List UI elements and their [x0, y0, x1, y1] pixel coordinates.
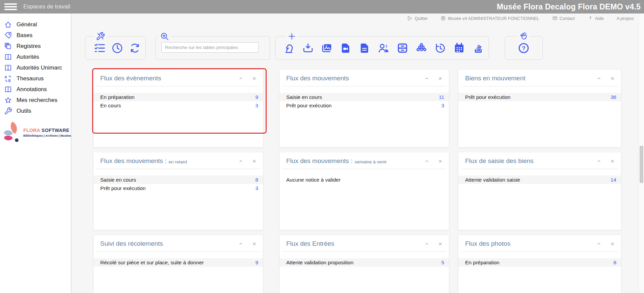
widget-row-value[interactable]: 36 [611, 94, 616, 101]
widget-close-button[interactable] [438, 159, 443, 164]
widget-row-label: Saisie en cours [286, 94, 322, 101]
sidebar-item-bases[interactable]: Bases [0, 30, 71, 41]
widget-collapse-button[interactable] [596, 159, 601, 164]
document-button[interactable] [358, 42, 371, 54]
header-link-label: Quitter [414, 16, 428, 21]
widget-row[interactable]: En cours3 [93, 101, 263, 110]
tag-icon [4, 31, 12, 39]
sidebar-item-registres[interactable]: Registres [0, 41, 71, 52]
widget-flux-des-photos: Flux des photosEn préparation8 [458, 235, 621, 293]
widget-collapse-button[interactable] [596, 76, 601, 81]
sidebar-item-outils[interactable]: Outils [0, 106, 71, 116]
scrollbar[interactable] [639, 14, 644, 293]
sidebar-item-label: Bases [17, 32, 32, 39]
users-icon [377, 42, 390, 54]
widget-title: Biens en mouvement [465, 75, 526, 82]
widget-row[interactable]: Attente validation proposition5 [279, 258, 449, 267]
widget-row[interactable]: Aucune notice à valider [279, 176, 449, 184]
sidebar-item-autorites[interactable]: Autorités [0, 52, 71, 62]
widget-row[interactable]: Récolé sur pièce et sur place, suite à d… [93, 258, 263, 267]
history-button[interactable] [434, 42, 447, 54]
scrollbar-thumb[interactable] [640, 146, 643, 183]
widget-row-value[interactable]: 5 [441, 259, 444, 266]
stack-button[interactable] [472, 42, 484, 54]
hamburger-menu-icon[interactable] [4, 2, 17, 11]
widget-row-value[interactable]: 3 [255, 102, 258, 109]
widget-row-label: Aucune notice à valider [286, 177, 341, 183]
video-file-button[interactable] [340, 42, 352, 54]
svg-text:?: ? [589, 16, 591, 20]
checklist-button[interactable] [93, 42, 106, 54]
widget-row-value[interactable]: 8 [255, 177, 258, 183]
toolbar-group-tools [85, 36, 146, 60]
widget-divider [96, 251, 260, 252]
widget-row[interactable]: En préparation9 [93, 93, 263, 101]
widget-close-button[interactable] [610, 241, 615, 246]
import-icon [302, 42, 314, 54]
import-button[interactable] [302, 42, 314, 54]
widget-row-label: Récolé sur pièce et sur place, suite à d… [100, 259, 204, 266]
widget-row-value[interactable]: 8 [613, 259, 616, 266]
widget-close-button[interactable] [438, 241, 443, 246]
user-circle-icon [440, 16, 446, 21]
help-button[interactable]: ? [517, 42, 530, 54]
widget-row[interactable]: Prêt pour exécution36 [458, 93, 621, 101]
header-link-musee-v4-administrateur-fonctionnel[interactable]: Musée v4 ADMINISTRATEUR FONCTIONNEL [440, 16, 539, 21]
widget-collapse-button[interactable] [424, 159, 429, 164]
svg-text:A: A [5, 75, 7, 79]
widget-close-button[interactable] [252, 76, 257, 81]
sidebar-item-mes-recherches[interactable]: Mes recherches [0, 95, 71, 106]
widget-title: Suivi des récolements [100, 240, 163, 247]
sidebar-item-annotations[interactable]: Annotations [0, 84, 71, 95]
widget-row[interactable]: Prêt pour exécution3 [93, 184, 263, 192]
widget-row-value[interactable]: 14 [611, 177, 616, 183]
clock-button[interactable] [111, 42, 124, 54]
widget-collapse-button[interactable] [238, 241, 243, 246]
widget-row-label: Prêt pour exécution [286, 102, 331, 109]
header-link-quitter[interactable]: Quitter [407, 16, 428, 21]
butterfly-logo-icon [2, 121, 22, 143]
header-link-contact[interactable]: Contact [552, 16, 575, 21]
widget-close-button[interactable] [610, 159, 615, 164]
sidebar-item-general[interactable]: Général [0, 19, 71, 30]
header-link-label: A propos [617, 16, 634, 21]
widget-biens-en-mouvement: Biens en mouvementPrêt pour exécution36 [458, 69, 621, 148]
widget-close-button[interactable] [610, 76, 615, 81]
widget-flux-des-mouvements: Flux des mouvementsSaisie en cours11Prêt… [279, 69, 449, 148]
calendar-button[interactable] [453, 42, 465, 54]
widget-row[interactable]: En préparation8 [458, 258, 621, 267]
widget-close-button[interactable] [438, 76, 443, 81]
knight-button[interactable] [283, 42, 295, 54]
widget-collapse-button[interactable] [424, 76, 429, 81]
widget-collapse-button[interactable] [424, 241, 429, 246]
header-link-aide[interactable]: ?Aide [588, 16, 604, 21]
widget-collapse-button[interactable] [238, 76, 243, 81]
archive-button[interactable] [396, 42, 409, 54]
widget-collapse-button[interactable] [596, 241, 601, 246]
wrench-icon [4, 107, 12, 115]
widget-row-value[interactable]: 3 [255, 185, 258, 192]
cluster-button[interactable] [415, 42, 428, 54]
clock-icon [111, 42, 124, 54]
widget-close-button[interactable] [252, 241, 257, 246]
calendar-icon [453, 42, 465, 54]
widget-row-value[interactable]: 3 [441, 102, 444, 109]
sidebar-item-thesaurus[interactable]: ABThesaurus [0, 73, 71, 84]
widget-row-value[interactable]: 11 [439, 94, 444, 101]
thesaurus-icon: AB [4, 75, 12, 83]
refresh-button[interactable] [129, 42, 141, 54]
sidebar-item-autorites-unimarc[interactable]: Autorités Unimarc [0, 62, 71, 73]
widget-close-button[interactable] [252, 159, 257, 164]
widget-row-value[interactable]: 9 [255, 94, 258, 101]
widget-row[interactable]: Saisie en cours11 [279, 93, 449, 101]
widget-collapse-button[interactable] [238, 159, 243, 164]
users-button[interactable] [377, 42, 390, 54]
sidebar-item-label: Outils [17, 108, 31, 114]
widget-row[interactable]: Prêt pour exécution3 [279, 101, 449, 110]
widget-row[interactable]: Saisie en cours8 [93, 176, 263, 184]
search-input[interactable] [161, 42, 259, 53]
header-link-a-propos[interactable]: A propos [617, 16, 634, 21]
widget-row[interactable]: Attente validation saisie14 [458, 176, 621, 184]
widget-row-value[interactable]: 9 [255, 259, 258, 266]
images-button[interactable] [321, 42, 333, 54]
